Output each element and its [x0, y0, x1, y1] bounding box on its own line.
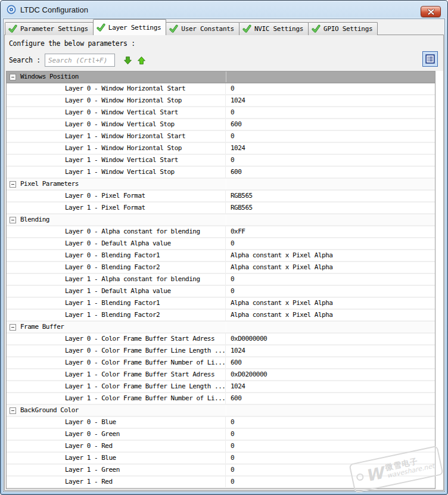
categorized-view-button[interactable]	[422, 51, 438, 67]
table-row[interactable]: Layer 1 - Color Frame Buffer Line Length…	[7, 381, 435, 393]
collapse-icon[interactable]	[10, 407, 16, 414]
tab-gpio-settings[interactable]: GPIO Settings	[308, 22, 378, 35]
group-header-windows-position[interactable]: Windows Position	[7, 71, 435, 83]
table-row[interactable]: Layer 1 - Red0	[7, 477, 435, 488]
search-next-button[interactable]	[122, 55, 133, 66]
table-row[interactable]: Layer 0 - Window Vertical Stop600	[7, 119, 435, 131]
param-value[interactable]: 0	[226, 107, 435, 118]
param-value[interactable]: Alpha constant x Pixel Alpha	[226, 262, 435, 273]
tab-bar: Parameter SettingsLayer SettingsUser Con…	[5, 19, 378, 35]
group-header-blending[interactable]: Blending	[7, 214, 435, 226]
param-value[interactable]: 600	[226, 119, 435, 130]
param-value[interactable]: 1024	[226, 381, 435, 392]
table-row[interactable]: Layer 1 - Color Frame Buffer Start Adres…	[7, 369, 435, 381]
table-row[interactable]: Layer 1 - Window Horizontal Stop1024	[7, 143, 435, 155]
param-value[interactable]: 0	[226, 465, 435, 475]
param-value[interactable]: 1024	[226, 95, 435, 106]
param-value[interactable]: RGB565	[226, 191, 435, 201]
param-name: Layer 1 - Window Vertical Start	[7, 155, 226, 166]
tab-nvic-settings[interactable]: NVIC Settings	[239, 22, 309, 35]
table-row[interactable]: Layer 1 - Alpha constant for blending0	[7, 274, 435, 286]
param-name: Layer 1 - Color Frame Buffer Start Adres…	[7, 369, 226, 380]
title-bar[interactable]: LTDC Configuration	[1, 1, 447, 18]
search-input[interactable]	[45, 54, 115, 67]
table-row[interactable]: Layer 1 - Color Frame Buffer Number of L…	[7, 393, 435, 405]
group-header-pixel-parameters[interactable]: Pixel Parameters	[7, 179, 435, 191]
param-name: Layer 1 - Red	[7, 477, 226, 487]
table-row[interactable]: Layer 1 - Blue0	[7, 453, 435, 465]
param-value[interactable]: 600	[226, 167, 435, 178]
table-row[interactable]: Layer 0 - Green0	[7, 429, 435, 441]
param-value[interactable]: 0	[226, 274, 435, 285]
param-name: Layer 0 - Default Alpha value	[7, 238, 226, 249]
tab-layer-settings[interactable]: Layer Settings	[93, 19, 167, 35]
collapse-icon[interactable]	[10, 74, 16, 80]
group-header-frame-buffer[interactable]: Frame Buffer	[7, 322, 435, 334]
param-value[interactable]: 0	[226, 417, 435, 428]
param-value[interactable]: 0	[226, 441, 435, 452]
table-row[interactable]: Layer 1 - Blending Factor1Alpha constant…	[7, 298, 435, 310]
collapse-icon[interactable]	[10, 181, 16, 188]
param-value[interactable]: 0	[226, 453, 435, 463]
table-row[interactable]: Layer 0 - Window Horizontal Start0	[7, 83, 435, 95]
param-value[interactable]: 0	[226, 155, 435, 166]
table-row[interactable]: Layer 0 - Blue0	[7, 417, 435, 429]
search-label: Search :	[9, 56, 41, 64]
table-row[interactable]: Layer 0 - Alpha constant for blending0xF…	[7, 226, 435, 238]
table-row[interactable]: Layer 0 - Color Frame Buffer Line Length…	[7, 345, 435, 357]
param-name: Layer 0 - Blending Factor1	[7, 250, 226, 261]
param-value[interactable]: 1024	[226, 345, 435, 356]
param-value[interactable]: 0xD0000000	[226, 334, 435, 344]
param-value[interactable]: Alpha constant x Pixel Alpha	[226, 298, 435, 309]
table-row[interactable]: Layer 0 - Color Frame Buffer Start Adres…	[7, 334, 435, 345]
search-row: Search :	[9, 54, 147, 67]
table-row[interactable]: Layer 1 - Default Alpha value0	[7, 286, 435, 298]
tab-label: GPIO Settings	[323, 25, 372, 33]
param-value[interactable]: Alpha constant x Pixel Alpha	[226, 310, 435, 320]
table-row[interactable]: Layer 0 - Color Frame Buffer Number of L…	[7, 357, 435, 369]
param-name: Layer 1 - Default Alpha value	[7, 286, 226, 297]
param-name: Layer 0 - Window Horizontal Stop	[7, 95, 226, 106]
param-value[interactable]: 0	[226, 286, 435, 297]
param-value[interactable]: 0	[226, 131, 435, 142]
tab-parameter-settings[interactable]: Parameter Settings	[5, 22, 94, 35]
group-header-background-color[interactable]: BackGround Color	[7, 405, 435, 417]
param-value[interactable]: 600	[226, 357, 435, 368]
table-row[interactable]: Layer 1 - Green0	[7, 465, 435, 477]
close-button[interactable]	[421, 6, 441, 17]
table-row[interactable]: Layer 0 - Red0	[7, 441, 435, 453]
param-value[interactable]: 0	[226, 83, 435, 94]
table-row[interactable]: Layer 1 - Window Horizontal Start0	[7, 131, 435, 143]
param-name: Layer 1 - Window Horizontal Stop	[7, 143, 226, 154]
column-divider	[226, 322, 226, 332]
param-value[interactable]: RGB565	[226, 203, 435, 213]
param-value[interactable]: 0	[226, 429, 435, 440]
table-row[interactable]: Layer 0 - Window Vertical Start0	[7, 107, 435, 119]
param-value[interactable]: 1024	[226, 143, 435, 154]
param-value[interactable]: 600	[226, 393, 435, 404]
param-value[interactable]: 0xD0200000	[226, 369, 435, 380]
column-divider	[226, 214, 226, 225]
table-row[interactable]: Layer 0 - Blending Factor2Alpha constant…	[7, 262, 435, 274]
table-row[interactable]: Layer 1 - Blending Factor2Alpha constant…	[7, 310, 435, 322]
table-row[interactable]: Layer 0 - Blending Factor1Alpha constant…	[7, 250, 435, 262]
green-up-arrow-icon	[137, 56, 146, 65]
param-name: Layer 0 - Window Horizontal Start	[7, 83, 226, 94]
collapse-icon[interactable]	[10, 324, 16, 331]
param-value[interactable]: Alpha constant x Pixel Alpha	[226, 250, 435, 261]
table-row[interactable]: Layer 1 - Pixel FormatRGB565	[7, 203, 435, 214]
table-row[interactable]: Layer 1 - Window Vertical Stop600	[7, 167, 435, 179]
param-value[interactable]: 0	[226, 238, 435, 249]
table-row[interactable]: Layer 0 - Default Alpha value0	[7, 238, 435, 250]
table-row[interactable]: Layer 1 - Window Vertical Start0	[7, 155, 435, 167]
table-row[interactable]: Layer 0 - Window Horizontal Stop1024	[7, 95, 435, 107]
search-prev-button[interactable]	[136, 55, 147, 66]
param-name: Layer 0 - Color Frame Buffer Line Length…	[7, 345, 226, 356]
param-name: Layer 0 - Color Frame Buffer Start Adres…	[7, 334, 226, 344]
tab-label: User Constants	[181, 25, 234, 33]
param-value[interactable]: 0	[226, 477, 435, 487]
collapse-icon[interactable]	[10, 217, 16, 223]
param-value[interactable]: 0xFF	[226, 226, 435, 237]
tab-user-constants[interactable]: User Constants	[166, 22, 239, 35]
table-row[interactable]: Layer 0 - Pixel FormatRGB565	[7, 191, 435, 203]
